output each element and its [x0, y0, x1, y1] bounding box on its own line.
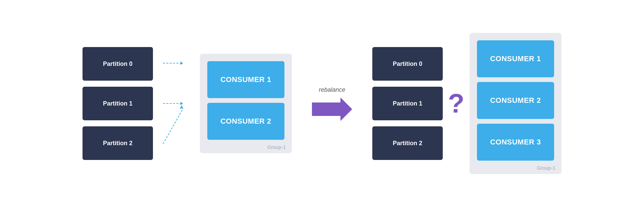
- left-partition-1: Partition 1: [83, 87, 153, 120]
- right-group-container: CONSUMER 1 CONSUMER 2 CONSUMER 3 Group-1: [470, 33, 561, 174]
- right-consumer-2: CONSUMER 2: [477, 82, 554, 119]
- right-partition-1: Partition 1: [372, 87, 443, 120]
- svg-marker-3: [180, 102, 183, 105]
- right-group-label: Group-1: [537, 165, 555, 171]
- right-partition-2: Partition 2: [372, 126, 443, 160]
- left-partition-0: Partition 0: [83, 47, 153, 81]
- left-group-container: CONSUMER 1 CONSUMER 2 Group-1: [200, 54, 292, 153]
- left-partitions-col: Partition 0 Partition 1 Partition 2: [83, 47, 153, 160]
- left-arrows-svg: [163, 46, 190, 161]
- rebalance-arrow-svg: [312, 97, 352, 121]
- left-arrows-container: [163, 46, 190, 161]
- left-consumer-1: CONSUMER 1: [207, 61, 284, 98]
- right-diagram: Partition 0 Partition 1 Partition 2 ? CO…: [372, 33, 561, 174]
- main-container: Partition 0 Partition 1 Partition 2: [0, 19, 644, 188]
- left-group-label: Group-1: [267, 144, 286, 150]
- question-mark: ?: [448, 90, 465, 117]
- right-partitions-col: Partition 0 Partition 1 Partition 2: [372, 47, 443, 160]
- right-consumer-3: CONSUMER 3: [477, 124, 554, 161]
- left-consumer-2: CONSUMER 2: [207, 103, 284, 140]
- right-consumer-1: CONSUMER 1: [477, 40, 554, 77]
- question-mark-container: ?: [443, 90, 470, 117]
- rebalance-section: rebalance: [312, 86, 352, 121]
- svg-marker-5: [180, 105, 183, 109]
- svg-marker-6: [312, 97, 352, 121]
- right-partition-0: Partition 0: [372, 47, 443, 81]
- left-diagram: Partition 0 Partition 1 Partition 2: [83, 46, 292, 161]
- rebalance-label: rebalance: [319, 86, 345, 93]
- svg-line-4: [163, 109, 183, 144]
- svg-marker-1: [180, 61, 183, 65]
- left-partition-2: Partition 2: [83, 126, 153, 160]
